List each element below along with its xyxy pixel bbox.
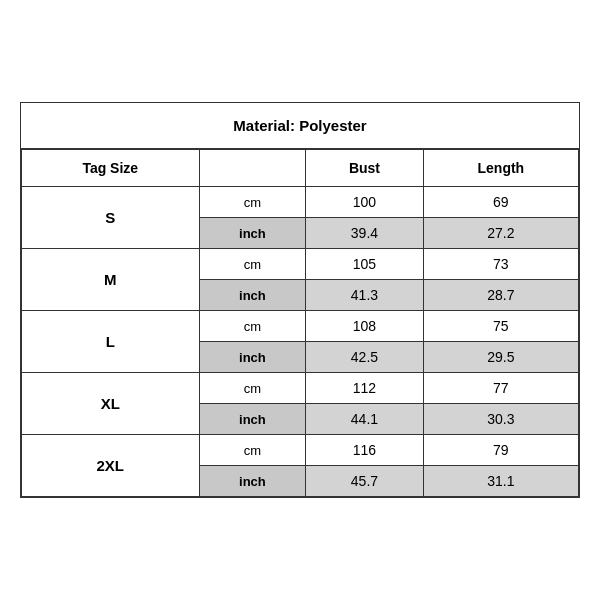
bust-cm: 108 [306, 311, 423, 342]
unit-cm: cm [199, 311, 306, 342]
length-inch: 28.7 [423, 280, 578, 311]
unit-cm: cm [199, 373, 306, 404]
table-row: Scm10069 [22, 187, 579, 218]
length-cm: 73 [423, 249, 578, 280]
length-inch: 31.1 [423, 466, 578, 497]
size-label: M [22, 249, 200, 311]
table-header-row: Tag Size Bust Length [22, 150, 579, 187]
table-row: XLcm11277 [22, 373, 579, 404]
bust-inch: 45.7 [306, 466, 423, 497]
unit-inch: inch [199, 466, 306, 497]
table-row: 2XLcm11679 [22, 435, 579, 466]
length-cm: 77 [423, 373, 578, 404]
bust-cm: 112 [306, 373, 423, 404]
size-label: 2XL [22, 435, 200, 497]
col-length: Length [423, 150, 578, 187]
length-cm: 75 [423, 311, 578, 342]
bust-cm: 116 [306, 435, 423, 466]
bust-inch: 39.4 [306, 218, 423, 249]
size-label: L [22, 311, 200, 373]
bust-inch: 42.5 [306, 342, 423, 373]
unit-cm: cm [199, 435, 306, 466]
unit-inch: inch [199, 404, 306, 435]
unit-inch: inch [199, 280, 306, 311]
col-tag-size: Tag Size [22, 150, 200, 187]
size-label: XL [22, 373, 200, 435]
col-bust: Bust [306, 150, 423, 187]
size-label: S [22, 187, 200, 249]
length-cm: 79 [423, 435, 578, 466]
bust-inch: 41.3 [306, 280, 423, 311]
unit-inch: inch [199, 342, 306, 373]
unit-cm: cm [199, 187, 306, 218]
bust-inch: 44.1 [306, 404, 423, 435]
bust-cm: 100 [306, 187, 423, 218]
unit-inch: inch [199, 218, 306, 249]
length-cm: 69 [423, 187, 578, 218]
length-inch: 27.2 [423, 218, 578, 249]
length-inch: 30.3 [423, 404, 578, 435]
length-inch: 29.5 [423, 342, 578, 373]
table-row: Mcm10573 [22, 249, 579, 280]
col-unit [199, 150, 306, 187]
unit-cm: cm [199, 249, 306, 280]
table-row: Lcm10875 [22, 311, 579, 342]
chart-title: Material: Polyester [21, 103, 579, 149]
size-table: Tag Size Bust Length Scm10069inch39.427.… [21, 149, 579, 497]
size-chart-container: Material: Polyester Tag Size Bust Length… [20, 102, 580, 498]
bust-cm: 105 [306, 249, 423, 280]
